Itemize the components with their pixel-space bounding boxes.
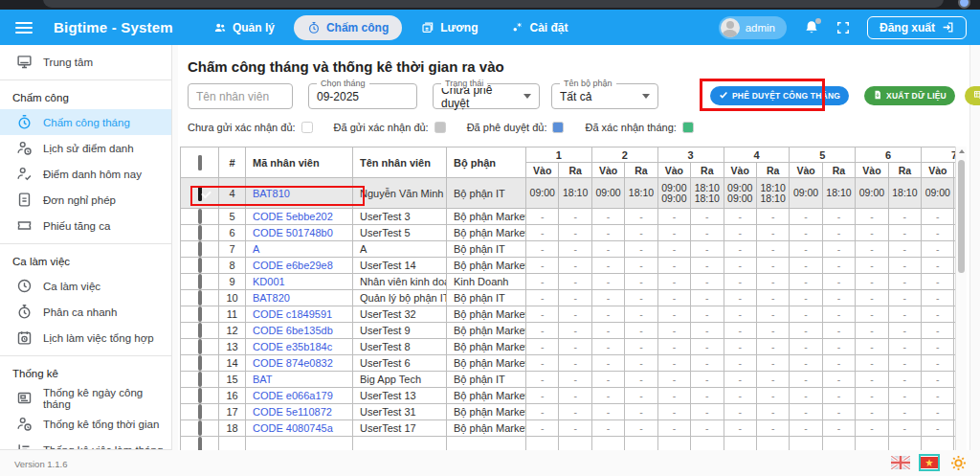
row-number: 12 (219, 323, 246, 339)
row-checkbox[interactable] (198, 404, 202, 419)
employee-code-link[interactable]: CODE c1849591 (253, 308, 332, 320)
sidebar-item-11[interactable]: Phân ca nhanh (0, 299, 171, 325)
user-menu[interactable]: admin (719, 16, 787, 39)
row-checkbox[interactable] (198, 355, 202, 371)
flag-vn-button[interactable] (919, 454, 940, 471)
sidebar-item-12[interactable]: Lịch làm việc tổng hợp (0, 325, 171, 351)
time-cell-day1-in: - (526, 209, 559, 225)
employee-code-link[interactable]: BAT (253, 374, 273, 385)
nav-tab-1[interactable]: Quản lý (200, 15, 288, 40)
employee-name-cell: UserTest 3 (353, 209, 447, 225)
sidebar-item-7[interactable]: Phiếu tăng ca (0, 213, 171, 238)
scrollbar-up-icon[interactable] (959, 149, 965, 153)
employee-code-link[interactable]: CODE 5ebbe202 (253, 211, 333, 222)
row-checkbox[interactable] (198, 186, 202, 201)
row-checkbox[interactable] (198, 290, 202, 306)
employee-code-link[interactable]: KD001 (253, 276, 285, 287)
browser-profile-icon[interactable] (958, 0, 970, 9)
export-data-button[interactable]: XUẤT DỮ LIỆU (864, 86, 955, 105)
row-checkbox[interactable] (198, 323, 202, 338)
row-checkbox[interactable] (198, 241, 202, 257)
time-cell-day6-out: 18:10 (888, 178, 921, 209)
employee-code-link[interactable]: CODE e6be29e8 (253, 260, 333, 271)
time-cell-day2-in: - (591, 388, 624, 404)
row-checkbox[interactable] (198, 339, 202, 354)
row-number: 18 (219, 420, 246, 437)
time-cell-day6-in (856, 437, 888, 451)
employee-name-cell: UserTest 13 (353, 388, 447, 404)
employee-code-link[interactable]: CODE 4080745a (253, 422, 333, 434)
employee-code-link[interactable]: CODE 6be135db (253, 325, 333, 336)
select-all-checkbox[interactable] (198, 155, 202, 170)
employee-code-link[interactable]: CODE 501748b0 (253, 227, 333, 238)
fullscreen-icon[interactable] (836, 21, 850, 34)
employee-name-field[interactable] (196, 90, 284, 103)
time-cell-day1-out: - (559, 339, 591, 355)
time-cell-day2-in: - (591, 258, 624, 274)
month-picker[interactable]: Chọn tháng 09-2025 (308, 83, 417, 109)
nav-tab-3[interactable]: Lương (408, 15, 491, 40)
row-number: 4 (219, 178, 246, 209)
approve-month-button[interactable]: PHÊ DUYỆT CÔNG THÁNG (710, 86, 849, 105)
flag-uk-button[interactable] (890, 454, 911, 471)
sidebar-item-0[interactable]: Trung tâm (0, 49, 171, 75)
chevron-down-icon (523, 94, 531, 99)
time-cell-day1-out: - (559, 274, 591, 290)
logout-label: Đăng xuất (880, 21, 935, 34)
sidebar-item-15[interactable]: Thống kê ngày công tháng (0, 385, 171, 411)
time-cell-day1-out: - (559, 290, 591, 306)
row-checkbox[interactable] (198, 209, 202, 224)
sidebar-item-5[interactable]: Điểm danh hôm nay (0, 161, 171, 187)
row-checkbox[interactable] (198, 420, 202, 436)
employee-name-input[interactable] (188, 83, 293, 109)
row-checkbox[interactable] (198, 306, 202, 322)
time-cell-day7-in: - (922, 258, 954, 274)
table-row: 7AABộ phận IT-------------- (181, 241, 968, 258)
refresh-button[interactable]: LÀM MỚI (965, 86, 980, 105)
employee-code-link[interactable]: A (253, 243, 259, 255)
time-cell-day5-in: - (790, 388, 822, 404)
time-cell-day6-out: - (888, 355, 921, 372)
list-icon (16, 442, 33, 450)
employee-code-link[interactable]: BAT820 (253, 292, 290, 304)
notifications-bell-icon[interactable] (804, 20, 819, 35)
sidebar-item-10[interactable]: Ca làm việc (0, 273, 171, 299)
column-header-dept: Bộ phận (447, 147, 526, 178)
menu-icon[interactable] (15, 22, 33, 34)
table-scrollbar[interactable] (955, 147, 967, 450)
nav-tab-4[interactable]: Cài đặt (497, 15, 581, 40)
time-cell-day2-out: - (625, 209, 657, 225)
time-cell-day5-out: - (822, 339, 855, 355)
employee-code-link[interactable]: CODE 5e110872 (253, 406, 332, 418)
sidebar-item-17[interactable]: Thống kê việc làm tháng (0, 437, 171, 450)
time-cell-day1-in: - (526, 420, 559, 437)
row-checkbox[interactable] (198, 274, 202, 289)
logout-button[interactable]: Đăng xuất (867, 16, 967, 39)
employee-name-cell: UserTest 14 (353, 258, 447, 274)
sidebar-item-4[interactable]: Lịch sử điểm danh (0, 135, 171, 161)
row-checkbox[interactable] (198, 388, 202, 403)
row-checkbox[interactable] (198, 225, 202, 240)
time-cell-day5-out: - (822, 372, 855, 388)
department-select[interactable]: Tên bộ phận Tất cả (551, 83, 658, 109)
employee-code-link[interactable]: CODE e35b184c (253, 341, 332, 352)
browser-chrome (0, 0, 980, 10)
nav-tab-2[interactable]: Chấm công (294, 15, 402, 40)
employee-code-link[interactable]: BAT810 (253, 188, 290, 199)
employee-code-link[interactable]: CODE e066a179 (253, 390, 333, 401)
sidebar-item-6[interactable]: Đơn nghỉ phép (0, 187, 171, 213)
person-clock-icon (16, 416, 33, 432)
time-cell-day4-in: - (724, 420, 756, 437)
theme-sun-button[interactable] (947, 454, 969, 471)
table-row: 12CODE 6be135dbUserTest 9Bộ phận Marketi… (181, 323, 968, 339)
sidebar-item-16[interactable]: Thống kê tổng thời gian (0, 411, 171, 437)
sidebar-item-3[interactable]: Chấm công tháng (0, 109, 171, 135)
status-select[interactable]: Trạng thái Chưa phê duyệt (433, 83, 540, 109)
scrollbar-thumb[interactable] (958, 160, 965, 273)
row-checkbox[interactable] (198, 372, 202, 387)
time-cell-day1-in: - (526, 404, 559, 420)
row-checkbox[interactable] (198, 437, 202, 450)
employee-code-link[interactable]: CODE 874e0832 (253, 357, 333, 369)
browser-address-bar[interactable] (43, 0, 944, 8)
row-checkbox[interactable] (198, 258, 202, 273)
